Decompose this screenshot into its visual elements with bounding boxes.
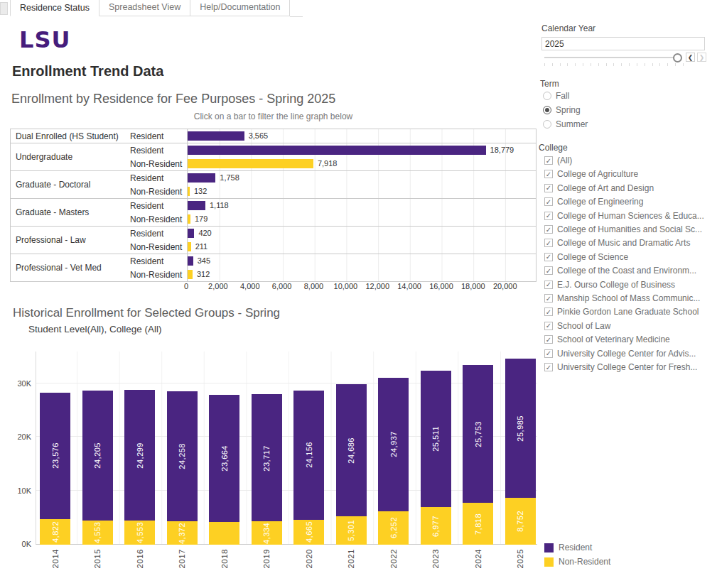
college-option-5[interactable]: ✓College of Humanities and Social Sc... [544, 224, 702, 235]
radio-fall[interactable] [543, 92, 551, 100]
college-option-13[interactable]: ✓School of Veterinary Medicine [544, 334, 670, 345]
term-option-fall[interactable]: Fall [543, 90, 569, 102]
chart1-residence-label[interactable]: Non-Resident [130, 270, 187, 280]
radio-spring-selected[interactable] [543, 106, 551, 114]
chart1-group-label[interactable]: Undergraduate [11, 143, 130, 170]
chart1-residence-label[interactable]: Non-Resident [130, 242, 187, 252]
chart2-nonresident-segment-2016[interactable]: 4,553 [124, 521, 155, 545]
tab-residence-status[interactable]: Residence Status [10, 0, 99, 16]
chart2-year-label[interactable]: 2017 [167, 549, 198, 569]
checkbox-checked[interactable]: ✓ [544, 349, 553, 358]
chart2-year-label[interactable]: 2015 [82, 549, 113, 569]
chart1-residence-label[interactable]: Resident [130, 201, 187, 211]
chart1-bar-professional-vet-med-non-resident[interactable] [188, 270, 193, 279]
chart2-year-label[interactable]: 2016 [124, 549, 155, 569]
chart2-year-label[interactable]: 2020 [293, 549, 324, 569]
chart2-resident-segment-2014[interactable]: 23,576 [40, 393, 70, 519]
college-option-0[interactable]: ✓(All) [544, 155, 572, 166]
chart2-nonresident-segment-2021[interactable]: 5,301 [336, 516, 367, 545]
chart1-bar-dual-enrolled-hs-student-resident[interactable] [188, 131, 244, 141]
chart2-resident-segment-2015[interactable]: 24,205 [82, 391, 113, 521]
chart1-residence-label[interactable]: Resident [130, 146, 187, 156]
chart2-resident-segment-2020[interactable]: 24,156 [293, 391, 324, 520]
chart2-resident-segment-2019[interactable]: 23,717 [252, 394, 282, 521]
chart2-year-label[interactable]: 2025 [505, 549, 536, 569]
chart2-nonresident-segment-2014[interactable]: 4,822 [40, 519, 70, 545]
legend-item-non-resident[interactable]: Non-Resident [544, 557, 610, 567]
chart2-nonresident-segment-2018[interactable] [209, 522, 239, 545]
checkbox-checked[interactable]: ✓ [544, 294, 553, 303]
checkbox-checked[interactable]: ✓ [544, 253, 553, 261]
chart2-nonresident-segment-2017[interactable]: 4,372 [167, 521, 198, 545]
chart2-year-label[interactable]: 2019 [252, 549, 282, 569]
chart2-resident-segment-2022[interactable]: 24,937 [378, 378, 409, 511]
checkbox-checked[interactable]: ✓ [544, 184, 553, 192]
chart2-resident-segment-2024[interactable]: 25,753 [463, 365, 493, 503]
legend-item-resident[interactable]: Resident [544, 543, 592, 552]
checkbox-checked[interactable]: ✓ [544, 281, 553, 289]
calendar-year-input[interactable] [541, 37, 705, 50]
radio-summer[interactable] [543, 120, 551, 129]
college-option-12[interactable]: ✓School of Law [544, 320, 610, 332]
college-option-8[interactable]: ✓College of the Coast and Environm... [544, 265, 696, 276]
checkbox-checked[interactable]: ✓ [544, 322, 553, 330]
college-option-15[interactable]: ✓University College Center for Fresh... [544, 361, 697, 373]
chart2-nonresident-segment-2025[interactable]: 8,752 [505, 498, 536, 545]
chart1-residence-label[interactable]: Resident [130, 131, 187, 141]
checkbox-checked[interactable]: ✓ [544, 197, 553, 206]
college-option-10[interactable]: ✓Manship School of Mass Communic... [544, 293, 700, 304]
chart2-year-label[interactable]: 2024 [463, 549, 493, 569]
chart2-nonresident-segment-2023[interactable]: 6,977 [421, 507, 451, 545]
college-option-11[interactable]: ✓Pinkie Gordon Lane Graduate School [544, 306, 699, 317]
chart2-year-label[interactable]: 2018 [209, 549, 239, 569]
chart1-residence-label[interactable]: Non-Resident [130, 187, 187, 197]
slider-next-button[interactable]: ❯ [697, 53, 706, 62]
chart2-resident-segment-2016[interactable]: 24,299 [124, 390, 155, 520]
chart2-nonresident-segment-2022[interactable]: 6,252 [378, 511, 409, 545]
slider-track[interactable] [544, 57, 678, 58]
chart1-bar-undergraduate-non-resident[interactable] [188, 159, 313, 168]
tab-help-documentation[interactable]: Help/Documentation [190, 0, 290, 16]
checkbox-checked[interactable]: ✓ [544, 266, 553, 275]
chart2-year-label[interactable]: 2014 [40, 549, 70, 569]
college-option-3[interactable]: ✓College of Engineering [544, 196, 643, 207]
chart1-group-label[interactable]: Professional - Vet Med [11, 254, 130, 281]
checkbox-checked[interactable]: ✓ [544, 225, 553, 234]
chart2-resident-segment-2023[interactable]: 25,511 [421, 371, 451, 507]
chart2-nonresident-segment-2024[interactable]: 7,818 [463, 503, 493, 545]
chart2-nonresident-segment-2015[interactable]: 4,553 [82, 521, 113, 545]
term-option-spring[interactable]: Spring [543, 104, 581, 116]
chart2-resident-segment-2017[interactable]: 24,258 [167, 391, 198, 521]
chart1-group-label[interactable]: Graduate - Doctoral [11, 171, 130, 198]
slider-prev-button[interactable]: ❮ [686, 53, 695, 62]
checkbox-checked[interactable]: ✓ [544, 363, 553, 371]
chart1-residence-label[interactable]: Resident [130, 256, 187, 266]
chart2-year-label[interactable]: 2023 [421, 549, 451, 569]
tab-spreadsheet-view[interactable]: Spreadsheet View [99, 0, 190, 16]
college-option-1[interactable]: ✓College of Agriculture [544, 168, 638, 180]
chart2-nonresident-segment-2020[interactable]: 4,665 [293, 520, 324, 545]
checkbox-checked[interactable]: ✓ [544, 170, 553, 178]
slider-handle[interactable] [673, 53, 682, 62]
college-option-7[interactable]: ✓College of Science [544, 251, 628, 263]
chart1-group-label[interactable]: Professional - Law [11, 227, 130, 254]
checkbox-checked[interactable]: ✓ [544, 239, 553, 247]
college-option-4[interactable]: ✓College of Human Sciences & Educa... [544, 210, 704, 222]
chart1-residence-label[interactable]: Non-Resident [130, 159, 187, 169]
chart2-year-label[interactable]: 2021 [336, 549, 367, 569]
chart1-bar-professional-vet-med-resident[interactable] [188, 256, 193, 266]
chart1-group-label[interactable]: Graduate - Masters [11, 199, 130, 226]
checkbox-checked[interactable]: ✓ [544, 307, 553, 316]
chart1-bar-professional-law-resident[interactable] [188, 229, 194, 238]
checkbox-checked[interactable]: ✓ [544, 156, 553, 165]
checkbox-checked[interactable]: ✓ [544, 335, 553, 344]
chart1-bar-undergraduate-resident[interactable] [188, 146, 486, 155]
chart1-group-label[interactable]: Dual Enrolled (HS Student) [11, 129, 130, 143]
chart1-residence-label[interactable]: Non-Resident [130, 214, 187, 224]
chart1-bar-graduate-doctoral-resident[interactable] [188, 173, 215, 183]
chart2-year-label[interactable]: 2022 [378, 549, 409, 569]
college-option-9[interactable]: ✓E.J. Ourso College of Business [544, 279, 675, 290]
college-option-14[interactable]: ✓University College Center for Advis... [544, 348, 696, 359]
college-option-6[interactable]: ✓College of Music and Dramatic Arts [544, 237, 690, 249]
term-option-summer[interactable]: Summer [543, 119, 588, 130]
